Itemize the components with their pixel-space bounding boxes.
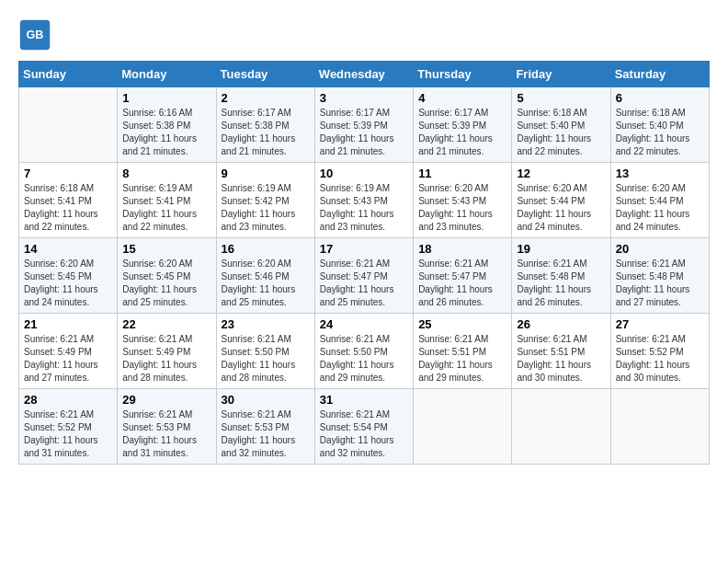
- header-sunday: Sunday: [19, 62, 118, 87]
- day-number: 10: [320, 167, 408, 180]
- day-number: 13: [616, 167, 704, 180]
- calendar-cell: 21Sunrise: 6:21 AMSunset: 5:49 PMDayligh…: [19, 314, 118, 389]
- header-monday: Monday: [118, 62, 216, 87]
- calendar-cell: [512, 389, 610, 465]
- day-number: 12: [517, 167, 605, 180]
- day-number: 1: [122, 91, 210, 105]
- day-info: Sunrise: 6:21 AMSunset: 5:52 PMDaylight:…: [24, 408, 112, 460]
- calendar-cell: [414, 389, 512, 465]
- calendar-week-row: 14Sunrise: 6:20 AMSunset: 5:45 PMDayligh…: [19, 238, 710, 314]
- day-info: Sunrise: 6:21 AMSunset: 5:53 PMDaylight:…: [222, 408, 310, 460]
- calendar-cell: 28Sunrise: 6:21 AMSunset: 5:52 PMDayligh…: [19, 389, 118, 465]
- day-number: 16: [222, 242, 310, 256]
- day-number: 3: [320, 91, 408, 105]
- calendar-week-row: 1Sunrise: 6:16 AMSunset: 5:38 PMDaylight…: [19, 87, 710, 163]
- day-number: 4: [418, 91, 506, 105]
- calendar-week-row: 7Sunrise: 6:18 AMSunset: 5:41 PMDaylight…: [19, 163, 710, 238]
- calendar-cell: 15Sunrise: 6:20 AMSunset: 5:45 PMDayligh…: [118, 238, 216, 314]
- calendar-cell: 5Sunrise: 6:18 AMSunset: 5:40 PMDaylight…: [512, 87, 610, 163]
- day-number: 22: [122, 317, 210, 331]
- day-info: Sunrise: 6:21 AMSunset: 5:48 PMDaylight:…: [616, 258, 704, 309]
- calendar-cell: 11Sunrise: 6:20 AMSunset: 5:43 PMDayligh…: [414, 163, 512, 238]
- day-number: 2: [222, 91, 310, 105]
- day-info: Sunrise: 6:20 AMSunset: 5:46 PMDaylight:…: [222, 258, 310, 309]
- day-info: Sunrise: 6:20 AMSunset: 5:43 PMDaylight:…: [418, 182, 506, 234]
- calendar-cell: 14Sunrise: 6:20 AMSunset: 5:45 PMDayligh…: [19, 238, 118, 314]
- day-info: Sunrise: 6:20 AMSunset: 5:44 PMDaylight:…: [616, 182, 704, 234]
- calendar-cell: 10Sunrise: 6:19 AMSunset: 5:43 PMDayligh…: [314, 163, 413, 238]
- day-info: Sunrise: 6:20 AMSunset: 5:44 PMDaylight:…: [517, 182, 605, 234]
- day-number: 25: [418, 317, 506, 331]
- day-info: Sunrise: 6:19 AMSunset: 5:41 PMDaylight:…: [122, 182, 210, 234]
- day-info: Sunrise: 6:21 AMSunset: 5:49 PMDaylight:…: [24, 333, 112, 385]
- day-info: Sunrise: 6:17 AMSunset: 5:39 PMDaylight:…: [320, 107, 408, 158]
- day-number: 29: [122, 393, 210, 407]
- day-number: 27: [616, 317, 704, 331]
- day-info: Sunrise: 6:21 AMSunset: 5:49 PMDaylight:…: [122, 333, 210, 385]
- calendar-cell: 23Sunrise: 6:21 AMSunset: 5:50 PMDayligh…: [216, 314, 314, 389]
- calendar-cell: 7Sunrise: 6:18 AMSunset: 5:41 PMDaylight…: [19, 163, 118, 238]
- calendar-cell: 2Sunrise: 6:17 AMSunset: 5:38 PMDaylight…: [216, 87, 314, 163]
- calendar-week-row: 28Sunrise: 6:21 AMSunset: 5:52 PMDayligh…: [19, 389, 710, 465]
- calendar-cell: 20Sunrise: 6:21 AMSunset: 5:48 PMDayligh…: [610, 238, 709, 314]
- day-info: Sunrise: 6:17 AMSunset: 5:39 PMDaylight:…: [418, 107, 506, 158]
- calendar-cell: 30Sunrise: 6:21 AMSunset: 5:53 PMDayligh…: [216, 389, 314, 465]
- calendar-cell: 29Sunrise: 6:21 AMSunset: 5:53 PMDayligh…: [118, 389, 216, 465]
- day-number: 6: [616, 91, 704, 105]
- day-info: Sunrise: 6:17 AMSunset: 5:38 PMDaylight:…: [222, 107, 310, 158]
- calendar-cell: 17Sunrise: 6:21 AMSunset: 5:47 PMDayligh…: [314, 238, 413, 314]
- calendar-week-row: 21Sunrise: 6:21 AMSunset: 5:49 PMDayligh…: [19, 314, 710, 389]
- day-info: Sunrise: 6:21 AMSunset: 5:53 PMDaylight:…: [122, 408, 210, 460]
- day-number: 26: [517, 317, 605, 331]
- day-number: 21: [24, 317, 112, 331]
- calendar-cell: 6Sunrise: 6:18 AMSunset: 5:40 PMDaylight…: [610, 87, 709, 163]
- day-number: 17: [320, 242, 408, 256]
- day-info: Sunrise: 6:18 AMSunset: 5:40 PMDaylight:…: [616, 107, 704, 158]
- calendar-cell: 4Sunrise: 6:17 AMSunset: 5:39 PMDaylight…: [414, 87, 512, 163]
- day-info: Sunrise: 6:21 AMSunset: 5:51 PMDaylight:…: [418, 333, 506, 385]
- day-number: 9: [222, 167, 310, 180]
- calendar-table: SundayMondayTuesdayWednesdayThursdayFrid…: [18, 61, 710, 465]
- day-number: 30: [222, 393, 310, 407]
- day-number: 14: [24, 242, 112, 256]
- calendar-header-row: SundayMondayTuesdayWednesdayThursdayFrid…: [19, 62, 710, 87]
- day-info: Sunrise: 6:16 AMSunset: 5:38 PMDaylight:…: [122, 107, 210, 158]
- day-number: 19: [517, 242, 605, 256]
- day-info: Sunrise: 6:21 AMSunset: 5:50 PMDaylight:…: [320, 333, 408, 385]
- day-info: Sunrise: 6:19 AMSunset: 5:42 PMDaylight:…: [222, 182, 310, 234]
- calendar-cell: 8Sunrise: 6:19 AMSunset: 5:41 PMDaylight…: [118, 163, 216, 238]
- day-number: 11: [418, 167, 506, 180]
- day-info: Sunrise: 6:18 AMSunset: 5:40 PMDaylight:…: [517, 107, 605, 158]
- header-tuesday: Tuesday: [216, 62, 314, 87]
- header-friday: Friday: [512, 62, 610, 87]
- calendar-cell: 3Sunrise: 6:17 AMSunset: 5:39 PMDaylight…: [314, 87, 413, 163]
- calendar-cell: 13Sunrise: 6:20 AMSunset: 5:44 PMDayligh…: [610, 163, 709, 238]
- day-number: 31: [320, 393, 408, 407]
- calendar-cell: 18Sunrise: 6:21 AMSunset: 5:47 PMDayligh…: [414, 238, 512, 314]
- logo: GB: [18, 18, 55, 52]
- day-info: Sunrise: 6:21 AMSunset: 5:52 PMDaylight:…: [616, 333, 704, 385]
- calendar-cell: 16Sunrise: 6:20 AMSunset: 5:46 PMDayligh…: [216, 238, 314, 314]
- day-number: 5: [517, 91, 605, 105]
- day-number: 28: [24, 393, 112, 407]
- day-info: Sunrise: 6:20 AMSunset: 5:45 PMDaylight:…: [24, 258, 112, 309]
- day-info: Sunrise: 6:21 AMSunset: 5:48 PMDaylight:…: [517, 258, 605, 309]
- day-info: Sunrise: 6:21 AMSunset: 5:50 PMDaylight:…: [222, 333, 310, 385]
- svg-text:GB: GB: [27, 29, 44, 41]
- day-number: 18: [418, 242, 506, 256]
- header-saturday: Saturday: [610, 62, 709, 87]
- day-number: 8: [122, 167, 210, 180]
- day-info: Sunrise: 6:19 AMSunset: 5:43 PMDaylight:…: [320, 182, 408, 234]
- calendar-cell: 1Sunrise: 6:16 AMSunset: 5:38 PMDaylight…: [118, 87, 216, 163]
- day-info: Sunrise: 6:21 AMSunset: 5:47 PMDaylight:…: [320, 258, 408, 309]
- calendar-cell: 27Sunrise: 6:21 AMSunset: 5:52 PMDayligh…: [610, 314, 709, 389]
- calendar-cell: 24Sunrise: 6:21 AMSunset: 5:50 PMDayligh…: [314, 314, 413, 389]
- calendar-cell: [19, 87, 118, 163]
- calendar-cell: 31Sunrise: 6:21 AMSunset: 5:54 PMDayligh…: [314, 389, 413, 465]
- calendar-cell: 26Sunrise: 6:21 AMSunset: 5:51 PMDayligh…: [512, 314, 610, 389]
- header-thursday: Thursday: [414, 62, 512, 87]
- page-header: GB: [18, 18, 710, 52]
- day-number: 15: [122, 242, 210, 256]
- day-number: 7: [24, 167, 112, 180]
- calendar-cell: 12Sunrise: 6:20 AMSunset: 5:44 PMDayligh…: [512, 163, 610, 238]
